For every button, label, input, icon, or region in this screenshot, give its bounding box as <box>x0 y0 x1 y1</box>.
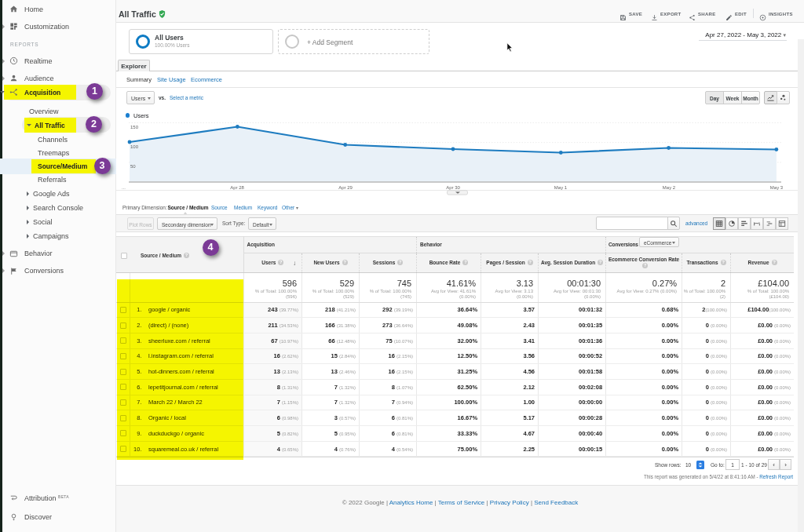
svg-text:May 2: May 2 <box>663 185 676 190</box>
svg-text:50: 50 <box>130 164 136 169</box>
svg-text:Apr 30: Apr 30 <box>446 185 460 190</box>
svg-text:May 1: May 1 <box>554 185 568 190</box>
svg-text:150: 150 <box>130 125 139 129</box>
svg-text:Apr 28: Apr 28 <box>230 185 244 190</box>
svg-text:100: 100 <box>130 144 139 149</box>
svg-text:May 3: May 3 <box>770 185 784 190</box>
svg-text:Apr 29: Apr 29 <box>338 185 353 190</box>
svg-text:...: ... <box>122 185 126 190</box>
